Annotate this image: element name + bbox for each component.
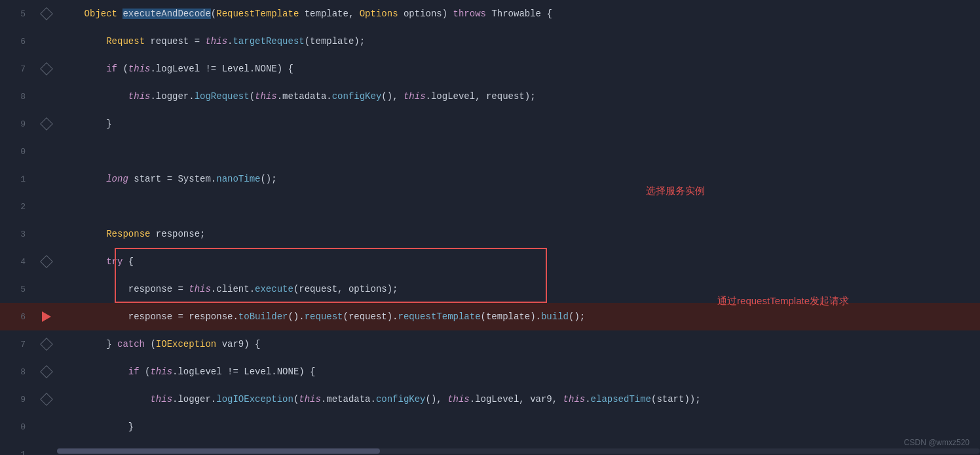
code-content-7: if (this.logLevel != Level.NONE) { (57, 55, 980, 83)
breakpoint-arrow-6b[interactable] (42, 311, 51, 322)
gutter-7b[interactable] (36, 340, 57, 349)
gutter-8b[interactable] (36, 367, 57, 376)
line-number: 6 (0, 312, 36, 322)
line-number: 1 (0, 174, 36, 184)
code-line-1a: 1 long start = System.nanoTime(); (0, 165, 980, 193)
gutter-9b[interactable] (36, 395, 57, 404)
code-line-3a: 3 Response response; (0, 220, 980, 248)
line-number: 4 (0, 257, 36, 267)
gutter-4a[interactable] (36, 257, 57, 266)
breakpoint-8b[interactable] (40, 365, 53, 378)
code-content-5: Object executeAndDecode(RequestTemplate … (57, 0, 980, 28)
code-line-2a: 2 (0, 193, 980, 220)
breakpoint-7[interactable] (40, 62, 53, 75)
code-line-6: 6 Request request = this.targetRequest(t… (0, 28, 980, 55)
code-line-9: 9 } (0, 110, 980, 138)
scrollbar-area[interactable] (57, 447, 980, 455)
code-line-5: 5 Object executeAndDecode(RequestTemplat… (0, 0, 980, 28)
watermark: CSDN @wmxz520 (904, 438, 970, 447)
code-content-1a: long start = System.nanoTime(); (57, 165, 980, 193)
code-content-9b: this.logger.logIOException(this.metadata… (57, 386, 980, 413)
line-number: 5 (0, 9, 36, 19)
breakpoint-9[interactable] (40, 117, 53, 130)
gutter-7[interactable] (36, 64, 57, 73)
line-number: 7 (0, 64, 36, 74)
code-line-8b: 8 if (this.logLevel != Level.NONE) { (0, 358, 980, 386)
annotation-request-template: 通过requestTemplate发起请求 (717, 295, 849, 307)
gutter-9[interactable] (36, 119, 57, 129)
line-number: 3 (0, 229, 36, 239)
line-number: 8 (0, 367, 36, 377)
code-line-4a: 4 try { (0, 248, 980, 275)
code-content-6: Request request = this.targetRequest(tem… (57, 28, 980, 55)
code-content-0b: } (57, 413, 980, 441)
line-number: 5 (0, 285, 36, 294)
line-number: 6 (0, 37, 36, 47)
code-line-0b: 0 } (0, 413, 980, 441)
gutter-6b[interactable] (36, 311, 57, 322)
code-editor: 5 Object executeAndDecode(RequestTemplat… (0, 0, 980, 455)
breakpoint-7b[interactable] (40, 338, 53, 351)
scrollbar-track (57, 448, 980, 454)
code-content-4a: try { (57, 248, 980, 275)
annotation-service-instance: 选择服务实例 (646, 185, 705, 197)
breakpoint-4a[interactable] (40, 255, 53, 268)
gutter-5[interactable] (36, 9, 57, 18)
line-number: 8 (0, 92, 36, 102)
line-number: 0 (0, 422, 36, 432)
scrollbar-thumb[interactable] (57, 448, 380, 454)
code-line-8: 8 this.logger.logRequest(this.metadata.c… (0, 83, 980, 110)
breakpoint-5[interactable] (40, 7, 53, 20)
line-number: 2 (0, 202, 36, 212)
code-content-8: this.logger.logRequest(this.metadata.con… (57, 83, 980, 110)
code-line-7b: 7 } catch (IOException var9) { (0, 330, 980, 358)
line-number: 1 (0, 450, 36, 456)
line-number: 0 (0, 147, 36, 157)
line-number: 9 (0, 119, 36, 129)
code-content-7b: } catch (IOException var9) { (57, 330, 980, 358)
code-content-8b: if (this.logLevel != Level.NONE) { (57, 358, 980, 386)
code-line-9b: 9 this.logger.logIOException(this.metada… (0, 386, 980, 413)
line-number: 7 (0, 340, 36, 349)
code-content-9: } (57, 110, 980, 138)
code-line-0a: 0 (0, 138, 980, 165)
code-content-3a: Response response; (57, 220, 980, 248)
breakpoint-9b[interactable] (40, 393, 53, 406)
code-lines: 5 Object executeAndDecode(RequestTemplat… (0, 0, 980, 455)
code-line-7: 7 if (this.logLevel != Level.NONE) { (0, 55, 980, 83)
line-number: 9 (0, 395, 36, 405)
